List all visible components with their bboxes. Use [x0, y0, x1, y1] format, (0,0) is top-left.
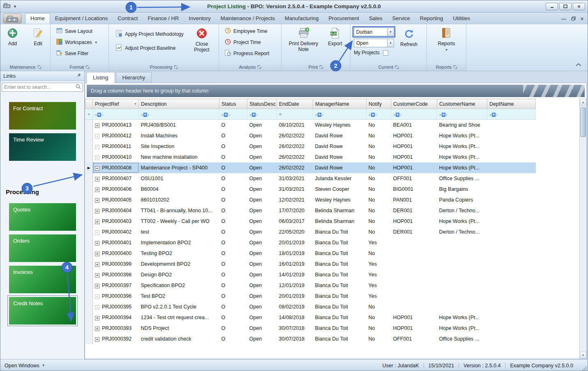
- progress-report-button[interactable]: Progress Report: [223, 49, 279, 58]
- ribbon-tab-manufacturing[interactable]: Manufacturing: [280, 13, 323, 24]
- column-header-enddate[interactable]: EndDate: [277, 99, 313, 109]
- table-row[interactable]: +PRJ0000406B60004OOpen31/03/2021Steven C…: [85, 184, 536, 195]
- table-row[interactable]: +PRJ0000403TT002 - Weekly - Call per WOO…: [85, 216, 536, 227]
- ribbon-tab-service[interactable]: Service: [387, 13, 415, 24]
- table-row[interactable]: +PRJ0000413PRJ408/BS001OOpen08/10/2021We…: [85, 120, 536, 130]
- column-header-statusdesc[interactable]: StatusDesc: [247, 99, 277, 109]
- expand-icon[interactable]: +: [95, 337, 99, 342]
- minimize-button[interactable]: [546, 3, 558, 10]
- chevron-down-icon[interactable]: ▼: [387, 39, 394, 47]
- employee-time-button[interactable]: Employee Time: [223, 26, 279, 36]
- expand-icon[interactable]: +: [95, 241, 99, 246]
- expand-icon[interactable]: +: [95, 188, 99, 192]
- table-row[interactable]: +PRJ0000410New machine installationOOpen…: [85, 152, 536, 162]
- ribbon-tab-maintenance-projects[interactable]: Maintenance / Projects: [216, 13, 280, 24]
- column-header-customercode[interactable]: CustomerCode: [391, 99, 437, 109]
- table-row[interactable]: +PRJ0000399Developmemnt BPO2OOpen16/01/2…: [85, 259, 536, 269]
- dialog-launcher-icon[interactable]: [454, 65, 457, 69]
- sidebar-link-for-contract[interactable]: For Contract: [9, 102, 76, 130]
- ribbon-tab-utilities[interactable]: Utilities: [448, 13, 475, 24]
- expand-icon[interactable]: +: [95, 294, 99, 299]
- filter-cell-managername[interactable]: aBc: [313, 109, 367, 120]
- scrollbar-thumb[interactable]: [580, 107, 586, 137]
- workspaces-button[interactable]: Workspaces ▼: [55, 37, 106, 47]
- search-icon[interactable]: [76, 84, 81, 90]
- column-header-description[interactable]: Description: [139, 99, 219, 109]
- column-header-deptname[interactable]: DeptName: [487, 99, 536, 109]
- dialog-launcher-icon[interactable]: [86, 65, 89, 69]
- table-row[interactable]: +PRJ0000407OSU1001OOpen31/03/2021Julanda…: [85, 173, 536, 184]
- expand-icon[interactable]: +: [95, 220, 99, 224]
- status-combo[interactable]: Open ▼: [354, 39, 394, 47]
- ribbon-minimize-icon[interactable]: —: [561, 16, 566, 21]
- filter-cell-enddate[interactable]: =: [277, 109, 313, 120]
- expand-icon[interactable]: +: [95, 198, 99, 203]
- site-combo[interactable]: Durban ▼: [354, 28, 394, 36]
- apply-project-methodology-button[interactable]: Apply Project Methodology: [114, 29, 185, 39]
- expand-icon[interactable]: +: [95, 252, 99, 256]
- expand-icon[interactable]: +: [95, 166, 99, 171]
- table-row[interactable]: +PRJ0000392credit validation checkOOpen3…: [85, 334, 536, 344]
- open-windows-button[interactable]: Open Windows ▼: [5, 363, 45, 369]
- expand-icon[interactable]: +: [95, 145, 99, 149]
- chevron-down-icon[interactable]: ▼: [387, 28, 394, 36]
- table-row[interactable]: +PRJ0000411Site InspectionOOpen26/02/202…: [85, 141, 536, 152]
- column-header-customername[interactable]: CustomerName: [437, 99, 487, 109]
- table-row[interactable]: +PRJ0000398Design BPO2OOpen14/01/2019Bia…: [85, 269, 536, 280]
- expand-icon[interactable]: +: [95, 230, 99, 235]
- expand-icon[interactable]: +: [95, 327, 99, 331]
- vertical-scrollbar[interactable]: ▲ ▼: [579, 99, 586, 359]
- save-filter-button[interactable]: Save Filter: [55, 49, 106, 58]
- filter-cell-projectref[interactable]: aBc: [93, 109, 139, 120]
- table-row[interactable]: +PRJ0000393NDS ProjectOOpen30/07/2018Bia…: [85, 323, 536, 334]
- table-row[interactable]: +PRJ0000404TT041 - Bi-annually, Mono 10.…: [85, 205, 536, 216]
- column-header-managername[interactable]: ManagerName: [313, 99, 367, 109]
- ribbon-tab-equipment-locations[interactable]: Equipment / Locations: [50, 13, 113, 24]
- sidebar-link-time-review[interactable]: Time Review: [9, 133, 76, 161]
- scrollbar-track[interactable]: [580, 106, 586, 352]
- sidebar-link-orders[interactable]: Orders: [9, 234, 76, 262]
- table-row[interactable]: ▶+PRJ0000408Maintenance Project - SP400O…: [85, 162, 536, 173]
- filter-cell-description[interactable]: aBc: [139, 109, 219, 120]
- dialog-launcher-icon[interactable]: [174, 65, 178, 69]
- project-time-button[interactable]: Project Time: [223, 37, 279, 47]
- scroll-up-arrow[interactable]: ▲: [580, 99, 586, 106]
- refresh-button[interactable]: Refresh: [398, 27, 420, 63]
- dialog-launcher-icon[interactable]: [320, 65, 323, 69]
- ribbon-tab-procurement[interactable]: Procurement: [323, 13, 364, 24]
- sidebar-link-quotes[interactable]: Quotes: [9, 203, 76, 231]
- export-button[interactable]: XLSX Export: [325, 26, 346, 63]
- column-header-status[interactable]: Status: [219, 99, 247, 109]
- ribbon-tab-contract[interactable]: Contract: [113, 13, 143, 24]
- expand-icon[interactable]: +: [95, 284, 99, 288]
- table-row[interactable]: +PRJ0000401Implementation BPO2OOpen20/01…: [85, 237, 536, 248]
- expand-icon[interactable]: +: [95, 262, 99, 267]
- ribbon-tab-inventory[interactable]: Inventory: [184, 13, 215, 24]
- expand-icon[interactable]: +: [95, 209, 99, 213]
- table-row[interactable]: +PRJ00004058601010202OOpen12/02/2021Wesl…: [85, 195, 536, 205]
- expand-icon[interactable]: +: [95, 305, 99, 310]
- tab-listing[interactable]: Listing: [86, 72, 115, 83]
- ribbon-tab-sales[interactable]: Sales: [364, 13, 387, 24]
- filter-cell-status[interactable]: aBc: [219, 109, 247, 120]
- column-header-notify[interactable]: Notify: [367, 99, 391, 109]
- ribbon-tab-reporting[interactable]: Reporting: [415, 13, 448, 24]
- expand-icon[interactable]: +: [95, 123, 99, 128]
- add-button[interactable]: Add: [2, 26, 23, 63]
- search-input[interactable]: [2, 84, 76, 90]
- expand-icon[interactable]: +: [95, 155, 99, 160]
- filter-cell-notify[interactable]: aBc: [367, 109, 391, 120]
- edit-button[interactable]: Edit: [28, 26, 49, 63]
- table-row[interactable]: +PRJ0000396Test BPO2OOpen20/01/2019Bianc…: [85, 291, 536, 301]
- print-delivery-note-button[interactable]: ? Print Delivery Note: [286, 26, 321, 63]
- ribbon-tab-home[interactable]: Home: [25, 13, 50, 24]
- ribbon-close-icon[interactable]: ×: [581, 16, 583, 21]
- table-row[interactable]: +PRJ00003941234 - Test ctrt request crea…: [85, 312, 536, 323]
- table-row[interactable]: +PRJ0000412Install MachinesOOpen26/02/20…: [85, 130, 536, 141]
- close-button[interactable]: ×: [573, 3, 585, 10]
- table-row[interactable]: +PRJ0000400Testing BPO2OOpen18/01/2019Bi…: [85, 248, 536, 259]
- tab-hierarchy[interactable]: Hierarchy: [116, 72, 152, 83]
- dialog-launcher-icon[interactable]: [258, 65, 261, 69]
- filter-cell-customercode[interactable]: aBc: [391, 109, 437, 120]
- expand-icon[interactable]: +: [95, 316, 99, 320]
